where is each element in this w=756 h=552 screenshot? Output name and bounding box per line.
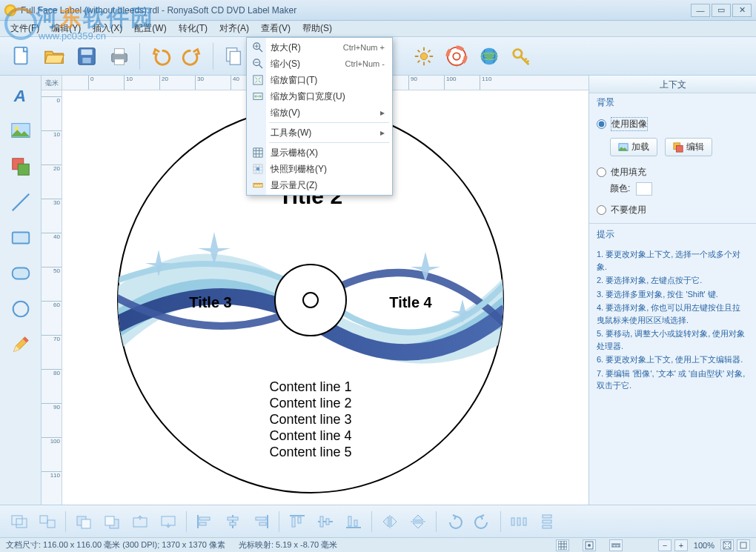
copy-button[interactable]: [218, 41, 249, 72]
svg-rect-35: [82, 519, 90, 528]
disc-content-3[interactable]: Content line 3: [269, 412, 351, 427]
menu-insert[interactable]: 插入(X): [87, 21, 128, 36]
svg-rect-32: [40, 516, 47, 523]
menu-view[interactable]: 查看(V): [255, 21, 296, 36]
line-tool[interactable]: [5, 187, 36, 218]
settings-button[interactable]: [408, 41, 440, 72]
menu-item[interactable]: 快照到栅格(Y): [248, 161, 391, 177]
svg-point-22: [13, 302, 28, 317]
minimize-button[interactable]: —: [691, 4, 710, 17]
flip-h-button[interactable]: [377, 510, 403, 533]
menu-item-label: 快照到栅格(Y): [271, 163, 327, 176]
svg-rect-3: [82, 57, 90, 63]
distribute-h-button[interactable]: [505, 510, 532, 533]
zoom-in-icon: [251, 41, 265, 54]
menu-item[interactable]: 缩小(S)Ctrl+Num -: [248, 56, 391, 72]
svg-rect-37: [105, 516, 114, 525]
maximize-button[interactable]: ▭: [712, 4, 731, 17]
svg-rect-31: [16, 519, 27, 528]
ruler-toggle[interactable]: [609, 539, 623, 551]
align-right-button[interactable]: [248, 510, 274, 533]
save-button[interactable]: [71, 41, 102, 72]
edit-button[interactable]: 编辑: [665, 138, 712, 156]
menu-item[interactable]: 显示栅格(X): [248, 144, 391, 161]
grid-toggle[interactable]: [556, 539, 569, 551]
menu-config[interactable]: 配置(W): [128, 21, 172, 36]
radio-no-use[interactable]: 不要使用: [597, 202, 749, 219]
open-button[interactable]: [39, 41, 70, 72]
web-button[interactable]: [474, 41, 505, 72]
print-button[interactable]: [104, 41, 135, 72]
menu-edit[interactable]: 编辑(Y): [45, 21, 87, 36]
menu-transform[interactable]: 转化(T): [173, 21, 213, 36]
menu-item-label: 缩放(V): [271, 107, 300, 119]
menu-item[interactable]: 缩放(V)▸: [248, 104, 391, 121]
help-button[interactable]: [441, 41, 472, 72]
zoom-actual-button[interactable]: [737, 539, 750, 551]
menu-file[interactable]: 文件(F): [4, 21, 45, 36]
send-backward-button[interactable]: [155, 510, 182, 533]
image-tool[interactable]: [5, 116, 36, 147]
group-button[interactable]: [6, 510, 33, 533]
menu-item[interactable]: 工具条(W)▸: [248, 124, 391, 141]
color-swatch[interactable]: [636, 182, 652, 196]
menu-item[interactable]: 缩放窗口(T): [248, 72, 391, 88]
view-menu-dropdown: 放大(R)Ctrl+Num +缩小(S)Ctrl+Num -缩放窗口(T)缩放为…: [246, 37, 393, 196]
rect-tool[interactable]: [5, 222, 36, 253]
rotate-left-button[interactable]: [441, 510, 468, 533]
status-cursor: 光标映射: 5.19 x -8.70 毫米: [239, 539, 337, 551]
undo-button[interactable]: [145, 41, 176, 72]
align-center-h-button[interactable]: [219, 510, 246, 533]
window-title: Full Face Label (without bleeds).rdl - R…: [21, 5, 689, 16]
disc-content-5[interactable]: Content line 5: [269, 445, 351, 459]
svg-rect-0: [15, 47, 27, 64]
align-left-button[interactable]: [191, 510, 218, 533]
ungroup-button[interactable]: [34, 510, 61, 533]
close-button[interactable]: ✕: [732, 4, 752, 17]
submenu-arrow-icon: ▸: [380, 127, 385, 138]
distribute-v-button[interactable]: [534, 510, 560, 533]
bring-front-button[interactable]: [70, 510, 97, 533]
disc-title3[interactable]: Title 3: [189, 294, 231, 310]
key-button[interactable]: [506, 41, 537, 72]
menu-align[interactable]: 对齐(A): [213, 21, 255, 36]
radio-use-image[interactable]: 使用图像: [597, 115, 749, 133]
radio-use-fill[interactable]: 使用填充: [597, 164, 749, 181]
redo-button[interactable]: [177, 41, 208, 72]
snap-toggle[interactable]: [583, 539, 596, 551]
fit-window-icon: [251, 73, 265, 87]
fit-width-icon: [251, 90, 265, 103]
disc-content-4[interactable]: Content line 4: [269, 428, 351, 443]
load-button[interactable]: 加载: [610, 138, 657, 156]
disc-content-1[interactable]: Content line 1: [269, 379, 351, 394]
pencil-tool[interactable]: [5, 329, 36, 360]
flip-v-button[interactable]: [405, 510, 431, 533]
svg-rect-57: [543, 525, 551, 528]
rounded-rect-tool[interactable]: [5, 258, 36, 289]
zoom-out-button[interactable]: −: [658, 539, 672, 551]
svg-rect-46: [292, 517, 295, 527]
send-back-button[interactable]: [99, 510, 125, 533]
align-bottom-button[interactable]: [340, 510, 367, 533]
svg-rect-29: [676, 145, 683, 152]
menu-item[interactable]: 放大(R)Ctrl+Num +: [248, 39, 391, 56]
text-tool[interactable]: A: [5, 80, 36, 111]
align-middle-button[interactable]: [312, 510, 339, 533]
tips-title: 提示: [589, 225, 756, 244]
disc-title4[interactable]: Title 4: [389, 294, 432, 310]
bring-forward-button[interactable]: [127, 510, 153, 533]
snap-grid-icon: [251, 162, 265, 176]
zoom-fit-button[interactable]: [720, 539, 734, 551]
ellipse-tool[interactable]: [5, 293, 36, 325]
new-button[interactable]: [6, 41, 37, 72]
rotate-right-button[interactable]: [469, 510, 496, 533]
disc-content-2[interactable]: Content line 2: [269, 396, 351, 410]
svg-rect-33: [47, 520, 55, 528]
shapes-tool[interactable]: [5, 151, 36, 182]
menu-item[interactable]: 显示量尺(Z): [248, 177, 391, 193]
align-top-button[interactable]: [284, 510, 311, 533]
zoom-in-button[interactable]: +: [674, 539, 688, 551]
menu-item[interactable]: 缩放为窗口宽度(U): [248, 88, 391, 104]
menu-help[interactable]: 帮助(S): [296, 21, 338, 36]
titlebar: Full Face Label (without bleeds).rdl - R…: [0, 0, 756, 21]
